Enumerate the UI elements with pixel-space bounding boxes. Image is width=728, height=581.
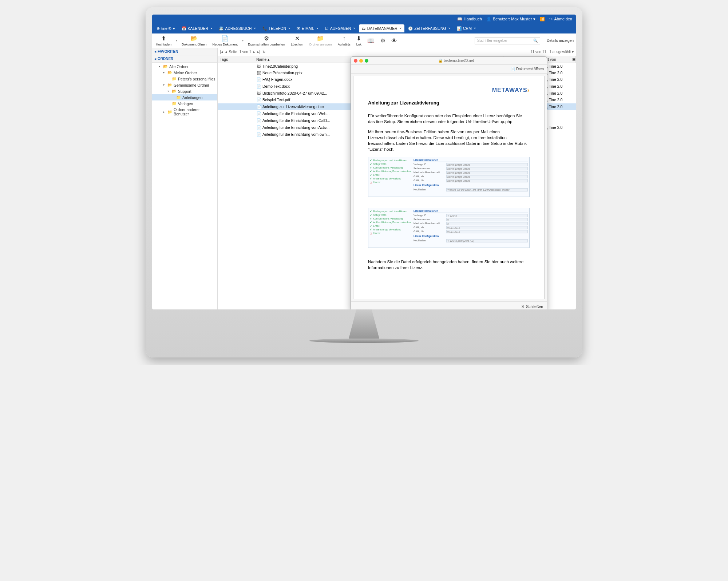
minimize-window-icon[interactable] xyxy=(359,59,363,63)
license-screenshot-after: ✔Bedingungen und Konditionen✔Setup Tests… xyxy=(368,208,530,248)
row-count: 11 von 11 xyxy=(530,50,546,54)
tab-nav: ⊕ tine ® ▾ 📅 KALENDER× 📇 ADRESSBUCH× 📞 T… xyxy=(152,23,576,33)
document-paragraph: Nachdem Sie die Datei erfolgreich hochge… xyxy=(368,259,530,270)
first-page-button[interactable]: |◂ xyxy=(220,50,223,54)
new-icon: 📄 xyxy=(221,35,229,42)
tab-kalender[interactable]: 📅 KALENDER× xyxy=(179,24,215,33)
page-info: 1 von 1 xyxy=(239,50,251,54)
new-document-button[interactable]: 📄Neues Dokument xyxy=(211,34,239,47)
tree-item[interactable]: ▾📂Alle Ordner xyxy=(152,63,217,70)
tab-zeiterfassung[interactable]: 🕒 ZEITERFASSUNG× xyxy=(405,24,453,33)
close-icon[interactable]: × xyxy=(400,27,401,30)
close-icon[interactable]: × xyxy=(210,27,212,30)
metaways-logo: METAWAYS› xyxy=(368,87,530,94)
delete-icon: ✕ xyxy=(295,35,300,42)
tree-item[interactable]: ▾📂Gemeinsame Ordner xyxy=(152,82,217,88)
upwards-button[interactable]: ↑Aufwärts xyxy=(336,35,352,47)
download-icon: ⬇ xyxy=(356,35,361,42)
properties-icon: ⚙ xyxy=(264,35,269,42)
document-paragraph: Für weiterführende Konfigurationen oder … xyxy=(368,113,530,125)
tree-item[interactable]: 📁Peters's personal files xyxy=(152,76,217,82)
upload-icon: ⬆ xyxy=(161,35,166,42)
document-title: Anleitung zur Lizenzaktivierung xyxy=(368,100,530,106)
license-screenshot-before: ✔Bedingungen und Konditionen✔Setup Tests… xyxy=(368,157,530,197)
create-folder-button[interactable]: 📁Ordner anlegen xyxy=(308,34,333,47)
toolbar: ⬆Hochladen▾ 📂Dokument öffnen 📄Neues Doku… xyxy=(152,33,576,48)
sidebar: ◂FAVORITEN ◂ORDNER ▾📂Alle Ordner▾📂Meine … xyxy=(152,48,218,309)
upload-button[interactable]: ⬆Hochladen xyxy=(154,34,173,47)
column-menu[interactable]: ⊞ xyxy=(570,56,576,63)
next-page-button[interactable]: ▸ xyxy=(253,50,255,54)
document-paragraph: Mit Ihrer neuen tine-Business Edition ha… xyxy=(368,129,530,152)
prev-page-button[interactable]: ◂ xyxy=(225,50,227,54)
tab-tine[interactable]: ⊕ tine ® ▾ xyxy=(154,24,178,32)
open-document-button[interactable]: 📂Dokument öffnen xyxy=(180,34,208,47)
last-page-button[interactable]: ▸| xyxy=(257,50,260,54)
folder-header[interactable]: ◂ORDNER xyxy=(152,55,217,63)
document-preview: METAWAYS› Anleitung zur Lizenzaktivierun… xyxy=(353,76,545,299)
topbar: 📖 Handbuch 👤 Benutzer: Max Muster ▾ 📶 ↪ … xyxy=(152,15,576,23)
close-icon[interactable]: × xyxy=(254,27,256,30)
favorites-header[interactable]: ◂FAVORITEN xyxy=(152,48,217,55)
close-icon[interactable]: × xyxy=(474,27,476,30)
refresh-button[interactable]: ↻ xyxy=(262,50,265,54)
tree-item[interactable]: ▾📂Meine Ordner xyxy=(152,70,217,76)
folder-plus-icon: 📁 xyxy=(317,35,324,42)
popup-titlebar[interactable]: 🔒 bedemo.tine20.net xyxy=(351,57,547,65)
user-menu[interactable]: 👤 Benutzer: Max Muster ▾ xyxy=(486,17,536,21)
close-button[interactable]: ✕ Schließen xyxy=(351,301,547,309)
delete-button[interactable]: ✕Löschen xyxy=(289,34,305,47)
tab-telefon[interactable]: 📞 TELEFON× xyxy=(260,24,293,33)
close-icon[interactable]: × xyxy=(288,27,290,30)
tree-item[interactable]: ▾📂Support xyxy=(152,88,217,94)
details-toggle[interactable]: Details anzeigen xyxy=(547,39,574,43)
popup-open-document-button[interactable]: 📄 Dokument öffnen xyxy=(511,67,544,71)
pager: |◂ ◂ Seite 1 von 1 ▸ ▸| ↻ 11 von 11 1 au… xyxy=(218,48,576,56)
tab-email[interactable]: ✉ E-MAIL× xyxy=(294,24,321,32)
settings-button[interactable]: ⚙ xyxy=(379,36,387,45)
up-icon: ↑ xyxy=(343,35,345,42)
tab-dateimanager[interactable]: 🗂 DATEIMANAGER× xyxy=(359,24,405,32)
maximize-window-icon[interactable] xyxy=(365,59,368,63)
popup-url: 🔒 bedemo.tine20.net xyxy=(438,59,474,63)
col-tags[interactable]: Tags xyxy=(218,56,254,63)
close-window-icon[interactable] xyxy=(354,59,357,63)
page-label: Seite xyxy=(229,50,237,54)
save-local-button[interactable]: ⬇Lok xyxy=(355,34,363,47)
tree-item[interactable]: 📁Vorlagen xyxy=(152,100,217,107)
close-icon[interactable]: × xyxy=(316,27,318,30)
book-icon: 📖 xyxy=(367,37,375,44)
eye-icon: 👁 xyxy=(391,37,397,44)
close-icon[interactable]: × xyxy=(448,27,450,30)
tab-adressbuch[interactable]: 📇 ADRESSBUCH× xyxy=(216,24,258,33)
tree-item[interactable]: ▸📁Ordner anderer Benutzer xyxy=(152,107,217,117)
tab-crm[interactable]: 📊 CRM× xyxy=(454,24,479,33)
tree-item[interactable]: 📁Anleitungen xyxy=(152,94,217,100)
handbook-link[interactable]: 📖 Handbuch xyxy=(457,17,482,21)
preview-popup: 🔒 bedemo.tine20.net 📄 Dokument öffnen ME… xyxy=(351,56,547,309)
logout-link[interactable]: ↪ Abmelden xyxy=(549,17,572,21)
search-icon: 🔍 xyxy=(533,39,538,43)
tab-aufgaben[interactable]: ☑ AUFGABEN× xyxy=(322,24,358,32)
close-icon[interactable]: × xyxy=(353,27,355,30)
view-button[interactable]: 👁 xyxy=(390,37,399,45)
gear-icon: ⚙ xyxy=(380,37,385,44)
book-button[interactable]: 📖 xyxy=(366,36,376,45)
wifi-icon: 📶 xyxy=(540,17,545,21)
selected-count: 1 ausgewählt xyxy=(549,50,571,54)
search-input[interactable]: Suchfilter eingeben🔍 xyxy=(475,37,540,44)
edit-properties-button[interactable]: ⚙Eigenschaften bearbeiten xyxy=(246,34,286,47)
open-icon: 📂 xyxy=(190,35,198,42)
